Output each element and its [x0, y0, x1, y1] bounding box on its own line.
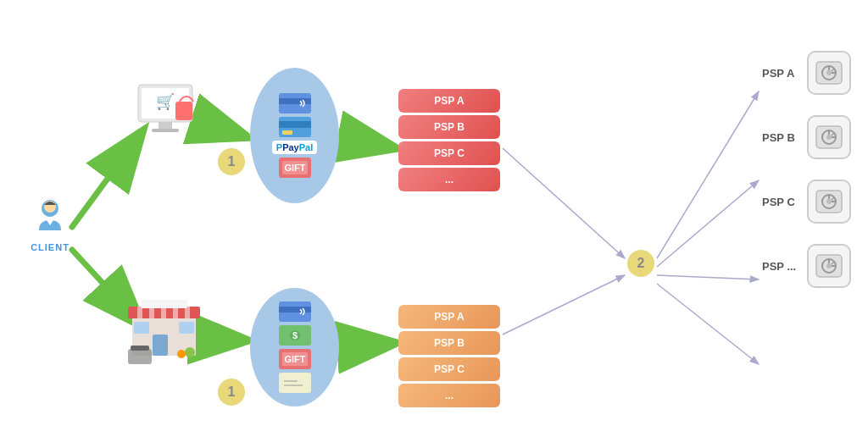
svg-rect-18 — [153, 335, 168, 356]
svg-rect-42 — [279, 373, 311, 393]
svg-point-47 — [826, 70, 832, 75]
vault-box-c — [807, 180, 851, 224]
svg-point-65 — [826, 263, 832, 268]
vault-icon-b — [814, 122, 844, 152]
svg-rect-22 — [128, 349, 152, 364]
client-node: CLIENT — [16, 195, 84, 252]
psp-stack-top: PSP A PSP B PSP C ... — [398, 89, 500, 191]
credit-card-icon — [279, 117, 311, 137]
vault-box-dots — [807, 244, 851, 288]
vault-box-b — [807, 115, 851, 159]
store-icon — [124, 288, 204, 364]
vault-label-b: PSP B — [762, 131, 800, 144]
psp-bar-top-a: PSP A — [398, 89, 500, 113]
svg-rect-29 — [279, 121, 311, 128]
svg-rect-35 — [279, 307, 311, 312]
svg-rect-27 — [279, 98, 311, 104]
psp-stack-bottom: PSP A PSP B PSP C ... — [398, 305, 500, 407]
vault-column: PSP A PSP B — [762, 51, 851, 288]
svg-point-25 — [177, 350, 186, 358]
svg-rect-30 — [282, 130, 292, 135]
vault-item-dots: PSP ... — [762, 244, 851, 288]
svg-point-24 — [185, 347, 195, 357]
badge-2-label: 2 — [637, 256, 645, 271]
vault-icon-dots — [814, 251, 844, 281]
psp-bar-bottom-c: PSP C — [398, 357, 500, 381]
psp-bar-top-b: PSP B — [398, 115, 500, 139]
svg-text:GIFT: GIFT — [284, 163, 305, 173]
badge-1-top-label: 1 — [228, 154, 236, 169]
contactless-card-icon — [279, 93, 311, 113]
svg-rect-21 — [141, 300, 187, 308]
svg-rect-8 — [159, 122, 172, 129]
svg-point-53 — [826, 135, 832, 140]
diagram: CLIENT 🛒 — [0, 0, 868, 448]
svg-rect-23 — [131, 346, 149, 351]
paypal-label: PPayPal — [272, 141, 317, 154]
psp-bar-top-c: PSP C — [398, 141, 500, 165]
vault-icon-c — [814, 186, 844, 217]
gift-card-icon: GIFT — [279, 158, 311, 178]
ecommerce-node: 🛒 — [131, 76, 199, 144]
badge-1-top: 1 — [218, 148, 245, 175]
client-person-icon — [28, 195, 72, 239]
svg-rect-13 — [137, 307, 142, 318]
badge-1-bottom-label: 1 — [228, 384, 236, 400]
svg-point-59 — [826, 199, 832, 204]
svg-text:$: $ — [292, 330, 297, 340]
vault-label-a: PSP A — [762, 67, 800, 80]
vault-item-a: PSP A — [762, 51, 851, 95]
vault-label-c: PSP C — [762, 196, 800, 208]
svg-rect-15 — [161, 307, 166, 318]
badge-1-bottom: 1 — [218, 379, 245, 406]
psp-bar-bottom-a: PSP A — [398, 305, 500, 329]
svg-text:GIFT: GIFT — [284, 354, 305, 364]
check-icon — [279, 373, 311, 393]
card-icon-b — [279, 301, 311, 322]
vault-item-b: PSP B — [762, 115, 851, 159]
client-label: CLIENT — [31, 242, 70, 252]
svg-rect-9 — [152, 129, 179, 132]
psp-bar-top-dots: ... — [398, 168, 500, 191]
svg-rect-14 — [149, 307, 154, 318]
svg-rect-10 — [175, 102, 192, 120]
store-node — [125, 288, 202, 364]
svg-rect-20 — [179, 322, 194, 334]
svg-rect-17 — [185, 307, 190, 318]
psp-bar-bottom-dots: ... — [398, 384, 500, 407]
cash-icon: $ — [279, 325, 311, 346]
vault-item-c: PSP C — [762, 180, 851, 224]
vault-box-a — [807, 51, 851, 95]
svg-rect-16 — [173, 307, 178, 318]
gift-icon-b: GIFT — [279, 349, 311, 369]
vault-icon-a — [814, 58, 844, 88]
vault-label-dots: PSP ... — [762, 260, 800, 273]
payment-ellipse-bottom: $ GIFT — [250, 288, 339, 407]
psp-bar-bottom-b: PSP B — [398, 331, 500, 355]
payment-ellipse-top: PPayPal GIFT — [250, 68, 339, 203]
ecommerce-icon: 🛒 — [131, 76, 199, 144]
badge-2: 2 — [627, 250, 654, 277]
svg-rect-19 — [134, 322, 149, 334]
svg-text:🛒: 🛒 — [156, 92, 175, 111]
